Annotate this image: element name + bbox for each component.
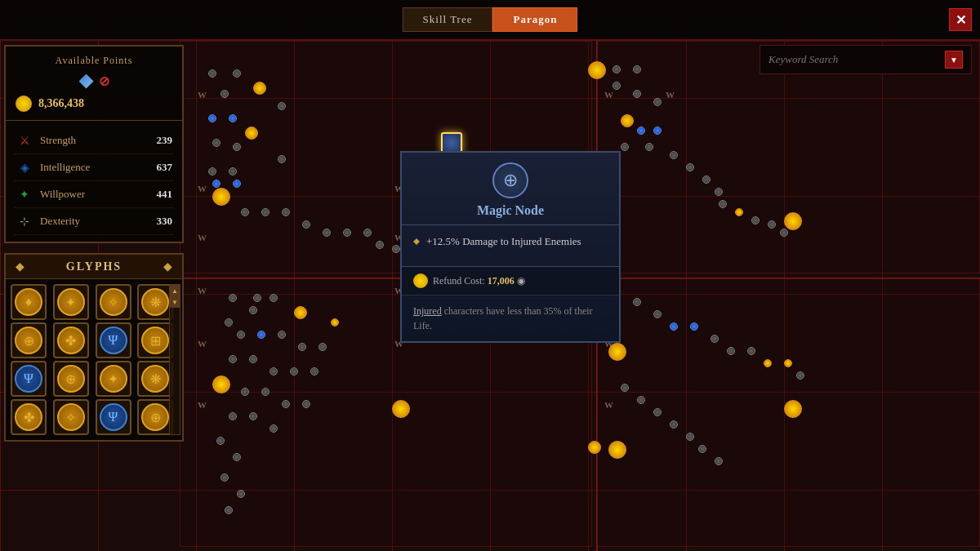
node[interactable] [298, 343, 306, 351]
node[interactable] [302, 400, 310, 408]
node[interactable] [225, 318, 233, 327]
node[interactable] [612, 82, 621, 90]
large-node[interactable] [392, 400, 410, 418]
node[interactable] [253, 82, 266, 95]
node[interactable] [270, 294, 278, 302]
node[interactable] [270, 424, 278, 433]
skill-tree-tab[interactable]: Skill Tree [403, 7, 493, 32]
node[interactable] [698, 445, 706, 453]
node[interactable] [686, 163, 694, 171]
node[interactable] [233, 180, 241, 188]
glyph-item[interactable]: ⊕ [137, 399, 173, 435]
glyph-item[interactable]: ❋ [137, 361, 173, 397]
node[interactable] [670, 322, 678, 331]
glyph-item[interactable]: Ψ [96, 399, 131, 435]
glyph-item[interactable]: ✧ [53, 399, 89, 435]
node[interactable] [229, 294, 237, 302]
node[interactable] [233, 69, 241, 78]
glyph-item[interactable]: ✤ [53, 322, 89, 358]
node[interactable] [633, 65, 641, 73]
large-node[interactable] [784, 212, 802, 230]
glyph-item[interactable]: ✦ [53, 284, 89, 320]
node[interactable] [237, 490, 245, 498]
node[interactable] [735, 208, 743, 216]
glyph-scroll-up[interactable]: ▲ [170, 285, 180, 296]
node[interactable] [588, 441, 601, 454]
node[interactable] [278, 155, 286, 163]
glyph-item[interactable]: Ψ [11, 361, 47, 397]
node[interactable] [702, 176, 710, 184]
node[interactable] [331, 318, 339, 327]
node[interactable] [686, 433, 694, 441]
node[interactable] [621, 384, 629, 392]
node[interactable] [715, 457, 723, 465]
search-input[interactable] [768, 53, 945, 66]
node[interactable] [727, 347, 735, 355]
node[interactable] [633, 298, 641, 306]
node[interactable] [747, 347, 755, 355]
node[interactable] [233, 143, 241, 151]
node[interactable] [225, 506, 233, 514]
close-button[interactable]: ✕ [949, 8, 972, 31]
node[interactable] [216, 437, 225, 445]
node[interactable] [282, 208, 290, 216]
node[interactable] [645, 143, 653, 151]
glyph-item[interactable]: ❋ [137, 284, 173, 320]
glyph-scrollbar[interactable]: ▲ ▼ [169, 284, 180, 435]
paragon-tab[interactable]: Paragon [492, 7, 577, 32]
node[interactable] [229, 355, 237, 363]
node[interactable] [719, 200, 727, 208]
glyph-item[interactable]: ✦ [96, 361, 131, 397]
node[interactable] [690, 322, 698, 331]
node[interactable] [670, 151, 678, 159]
glyph-item[interactable]: Ψ [96, 322, 131, 358]
node[interactable] [261, 208, 270, 216]
node[interactable] [208, 69, 216, 78]
node[interactable] [780, 229, 788, 237]
node[interactable] [653, 310, 662, 318]
node[interactable] [633, 90, 641, 98]
node[interactable] [612, 65, 621, 73]
node[interactable] [245, 127, 258, 140]
node[interactable] [637, 396, 645, 404]
node[interactable] [310, 367, 318, 375]
node[interactable] [233, 453, 241, 461]
node[interactable] [220, 90, 229, 98]
search-dropdown-icon[interactable]: ▼ [945, 51, 963, 69]
node[interactable] [318, 343, 327, 351]
node[interactable] [229, 412, 237, 420]
node[interactable] [653, 127, 662, 135]
node[interactable] [764, 359, 772, 367]
node[interactable] [261, 388, 270, 396]
node[interactable] [784, 359, 792, 367]
glyph-item[interactable]: ⊕ [53, 361, 89, 397]
node[interactable] [653, 98, 662, 106]
node[interactable] [715, 188, 723, 196]
glyph-item[interactable]: ✧ [96, 284, 131, 320]
node[interactable] [670, 420, 678, 429]
node[interactable] [363, 229, 372, 237]
node[interactable] [278, 331, 286, 339]
node[interactable] [212, 180, 220, 188]
node[interactable] [796, 371, 804, 380]
node[interactable] [257, 331, 265, 339]
glyph-item[interactable]: ✤ [11, 399, 47, 435]
node[interactable] [751, 216, 760, 224]
node[interactable] [621, 114, 634, 127]
node[interactable] [290, 367, 298, 375]
glyph-item[interactable]: ♦ [11, 284, 47, 320]
node[interactable] [392, 245, 400, 253]
large-node[interactable] [608, 441, 626, 459]
node[interactable] [710, 335, 719, 343]
node[interactable] [294, 306, 307, 319]
large-node[interactable] [212, 188, 230, 206]
large-node[interactable] [784, 400, 802, 418]
node[interactable] [270, 367, 278, 375]
node[interactable] [637, 127, 645, 135]
node[interactable] [343, 229, 351, 237]
node[interactable] [376, 241, 384, 249]
node[interactable] [208, 167, 216, 176]
node[interactable] [241, 208, 249, 216]
node[interactable] [253, 294, 261, 302]
glyph-item[interactable]: ⊞ [137, 322, 173, 358]
